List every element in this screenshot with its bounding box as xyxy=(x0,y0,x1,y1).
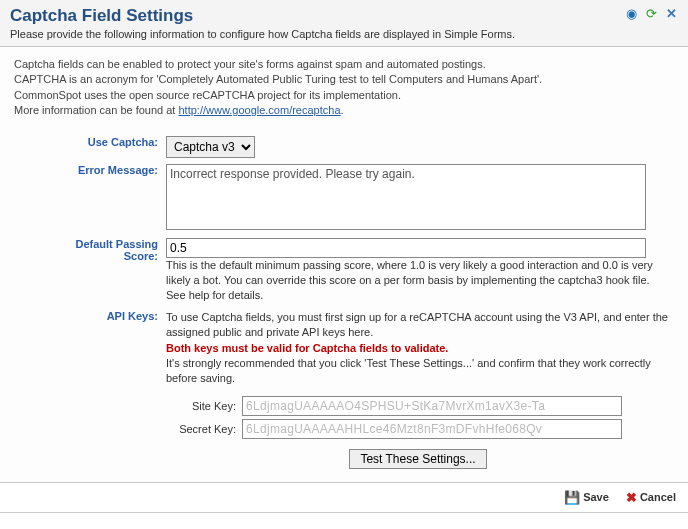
page-subtitle: Please provide the following information… xyxy=(10,28,678,40)
recaptcha-link[interactable]: http://www.google.com/recaptcha xyxy=(178,104,340,116)
label-site-key: Site Key: xyxy=(166,400,242,412)
site-key-input[interactable] xyxy=(242,396,622,416)
help-icon[interactable]: ◉ xyxy=(624,6,638,20)
error-message-input[interactable]: Incorrect response provided. Please try … xyxy=(166,164,646,230)
api-help-2: It's strongly recommended that you click… xyxy=(166,356,670,387)
secret-key-input[interactable] xyxy=(242,419,622,439)
cancel-icon: ✖ xyxy=(626,491,637,504)
passing-score-help: This is the default minimum passing scor… xyxy=(166,258,670,304)
refresh-icon[interactable]: ⟳ xyxy=(644,6,658,20)
label-secret-key: Secret Key: xyxy=(166,423,242,435)
close-icon[interactable]: ✕ xyxy=(664,6,678,20)
page-title: Captcha Field Settings xyxy=(10,6,678,26)
intro-text: Captcha fields can be enabled to protect… xyxy=(14,57,674,119)
cancel-button[interactable]: ✖ Cancel xyxy=(626,491,676,504)
label-api-keys: API Keys: xyxy=(14,307,162,472)
dialog-header: Captcha Field Settings Please provide th… xyxy=(0,0,688,47)
label-error-message: Error Message: xyxy=(14,161,162,235)
dialog-footer: 💾 Save ✖ Cancel xyxy=(0,482,688,512)
label-use-captcha: Use Captcha: xyxy=(14,133,162,161)
api-warning: Both keys must be valid for Captcha fiel… xyxy=(166,341,670,356)
passing-score-input[interactable] xyxy=(166,238,646,258)
save-icon: 💾 xyxy=(564,491,580,504)
test-settings-button[interactable]: Test These Settings... xyxy=(349,449,486,469)
api-help-1: To use Captcha fields, you must first si… xyxy=(166,310,670,341)
save-button[interactable]: 💾 Save xyxy=(564,491,609,504)
label-passing-score: Default Passing Score: xyxy=(14,235,162,307)
use-captcha-select[interactable]: Captcha v3 xyxy=(166,136,255,158)
